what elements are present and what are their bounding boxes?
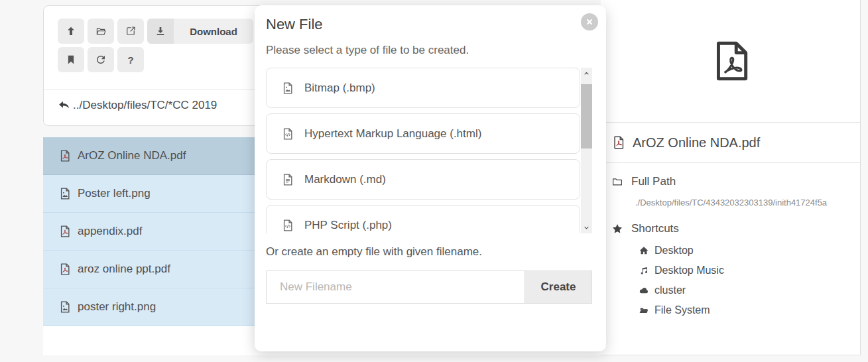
shortcuts-label: Shortcuts	[631, 222, 679, 235]
file-type-php[interactable]: PHP Script (.php)	[266, 205, 580, 233]
open-external-button[interactable]	[117, 19, 144, 44]
file-name: aroz online ppt.pdf	[78, 263, 170, 276]
full-path-label: Full Path	[631, 175, 676, 188]
pdf-file-icon	[58, 225, 72, 238]
bookmark-icon	[65, 54, 77, 66]
toolbar-row-2: ?	[58, 47, 144, 72]
home-icon	[639, 245, 649, 256]
file-type-label: Markdown (.md)	[304, 173, 386, 186]
shortcuts-row: Shortcuts	[611, 222, 860, 235]
cloud-icon	[639, 285, 649, 296]
back-arrow-icon	[58, 99, 71, 112]
details-title: ArOZ Online NDA.pdf	[601, 123, 860, 163]
filename-input[interactable]	[266, 271, 525, 304]
filename-input-row: Create	[266, 271, 592, 304]
breadcrumb[interactable]: ../Desktop/files/TC/*CC 2019	[58, 99, 217, 112]
refresh-icon	[95, 54, 107, 66]
pdf-file-icon	[58, 149, 72, 162]
details-filename: ArOZ Online NDA.pdf	[633, 135, 760, 151]
open-folder-icon	[95, 25, 107, 37]
file-name: ArOZ Online NDA.pdf	[78, 149, 186, 162]
file-type-list: Bitmap (.bmp) Hypertext Markup Language …	[266, 68, 592, 233]
code-file-icon	[281, 127, 294, 141]
chevron-down-icon	[583, 224, 590, 231]
upload-button[interactable]	[58, 19, 84, 44]
scrollbar[interactable]	[581, 68, 592, 233]
details-section: Full Path ./Desktop/files/TC/43432032303…	[601, 163, 860, 320]
close-button[interactable]	[581, 13, 598, 30]
file-type-label: Hypertext Markup Language (.html)	[304, 127, 481, 141]
shortcut-label: cluster	[654, 284, 686, 296]
shortcut-label: Desktop Music	[654, 265, 724, 276]
file-type-html[interactable]: Hypertext Markup Language (.html)	[266, 113, 580, 154]
star-icon	[611, 223, 623, 235]
scroll-up-button[interactable]	[581, 68, 592, 79]
image-file-icon	[281, 82, 294, 95]
file-type-label: PHP Script (.php)	[304, 219, 392, 232]
modal-subtitle: Please select a type of file to be creat…	[266, 44, 469, 57]
modal-title: New File	[266, 16, 323, 33]
shortcut-desktop-music[interactable]: Desktop Music	[639, 261, 860, 280]
file-name: poster right.png	[78, 300, 156, 314]
code-file-icon	[281, 219, 294, 232]
folder-open-icon	[639, 305, 649, 316]
upload-icon	[65, 25, 77, 37]
download-icon	[147, 19, 174, 44]
music-icon	[639, 265, 649, 276]
shortcut-list: Desktop Desktop Music cluster File Syste…	[639, 241, 860, 320]
file-type-bitmap[interactable]: Bitmap (.bmp)	[266, 68, 580, 108]
new-file-modal: New File Please select a type of file to…	[255, 5, 606, 351]
folder-icon	[611, 176, 623, 188]
create-button[interactable]: Create	[525, 271, 592, 304]
scrollbar-thumb[interactable]	[581, 84, 592, 149]
file-name: Poster left.png	[78, 187, 151, 200]
shortcut-file-system[interactable]: File System	[639, 300, 860, 320]
full-path-value: ./Desktop/files/TC/43432032303139/inith4…	[635, 198, 860, 208]
file-name: appendix.pdf	[78, 225, 142, 238]
refresh-button[interactable]	[88, 47, 114, 72]
bookmark-button[interactable]	[58, 47, 84, 72]
breadcrumb-path: ../Desktop/files/TC/*CC 2019	[73, 99, 217, 112]
external-link-icon	[125, 25, 137, 37]
details-panel: ArOZ Online NDA.pdf Full Path ./Desktop/…	[601, 0, 861, 355]
pdf-file-icon	[58, 263, 72, 276]
modal-hint: Or create an empty file with given filen…	[266, 245, 482, 259]
toolbar-row-1: Download	[58, 19, 253, 44]
download-button[interactable]: Download	[147, 19, 253, 44]
download-label: Download	[174, 26, 253, 37]
pdf-file-icon	[611, 135, 626, 150]
help-button[interactable]: ?	[117, 47, 144, 72]
file-type-label: Bitmap (.bmp)	[304, 82, 375, 95]
file-manager-screen: Download ? ../Desktop/files/TC/*CC 2019 …	[0, 0, 868, 362]
full-path-row: Full Path	[611, 175, 860, 188]
text-file-icon	[281, 173, 294, 186]
scroll-down-button[interactable]	[581, 222, 592, 233]
open-folder-button[interactable]	[88, 19, 114, 44]
shortcut-desktop[interactable]: Desktop	[639, 241, 860, 261]
image-file-icon	[58, 300, 72, 314]
file-type-items: Bitmap (.bmp) Hypertext Markup Language …	[266, 68, 580, 233]
file-preview	[601, 0, 860, 123]
shortcut-label: Desktop	[654, 245, 694, 257]
shortcut-cluster[interactable]: cluster	[639, 280, 860, 300]
pdf-preview-icon	[712, 39, 750, 83]
image-file-icon	[58, 187, 72, 200]
file-type-markdown[interactable]: Markdown (.md)	[266, 159, 580, 200]
chevron-up-icon	[583, 70, 590, 77]
close-icon	[585, 17, 594, 27]
shortcut-label: File System	[654, 304, 710, 316]
